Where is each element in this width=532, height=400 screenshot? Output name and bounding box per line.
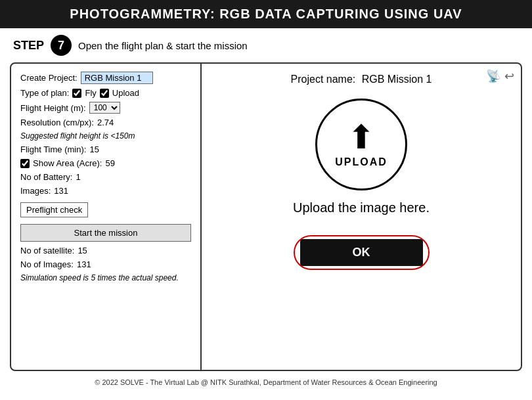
no-images-value: 131 xyxy=(77,259,91,269)
resolution-label: Resolution (cm/px): xyxy=(20,118,94,127)
header-title: PHOTOGRAMMETRY: RGB DATA CAPTURING USING… xyxy=(70,7,462,21)
simulation-note: Simulation speed is 5 times the actual s… xyxy=(20,273,179,282)
resolution-row: Resolution (cm/px): 2.74 xyxy=(20,118,191,127)
no-satellite-label: No of satellite: xyxy=(20,246,74,256)
suggested-note: Suggested flight height is <150m xyxy=(20,131,135,141)
project-name-input[interactable] xyxy=(81,72,153,84)
no-battery-row: No of Battery: 1 xyxy=(20,172,191,182)
images-label: Images: xyxy=(20,186,51,196)
step-label: STEP xyxy=(13,39,44,53)
satellite-icon[interactable]: 📡 xyxy=(486,69,500,83)
step-number: 7 xyxy=(51,35,72,56)
suggested-note-row: Suggested flight height is <150m xyxy=(20,131,191,141)
flight-height-select[interactable]: 100 50 150 xyxy=(89,102,120,114)
upload-arrow-icon: ⬆ xyxy=(347,121,375,154)
show-area-row: Show Area (Acre): 59 xyxy=(20,158,191,168)
show-area-checkbox[interactable] xyxy=(20,159,30,168)
create-project-label: Create Project: xyxy=(20,73,78,83)
show-area-value: 59 xyxy=(106,158,115,168)
create-project-row: Create Project: xyxy=(20,72,191,84)
simulation-note-row: Simulation speed is 5 times the actual s… xyxy=(20,273,191,282)
no-images-row: No of Images: 131 xyxy=(20,259,191,269)
fly-checkbox[interactable] xyxy=(72,89,81,98)
flight-time-label: Flight Time (min): xyxy=(20,144,86,154)
upload-circle[interactable]: ⬆ UPLOAD xyxy=(315,99,407,190)
resolution-value: 2.74 xyxy=(97,118,114,127)
fly-label: Fly xyxy=(85,88,96,98)
step-description: Open the flight plan & start the mission xyxy=(78,40,248,51)
type-of-plan-label: Type of plan: xyxy=(20,88,69,98)
upload-checkbox[interactable] xyxy=(100,89,109,98)
project-name-display: Project name: RGB Mission 1 xyxy=(291,74,432,85)
no-battery-value: 1 xyxy=(76,172,80,182)
flight-time-value: 15 xyxy=(89,144,99,154)
project-name-value: RGB Mission 1 xyxy=(362,74,432,85)
flight-height-row: Flight Height (m): 100 50 150 xyxy=(20,102,191,114)
step-bar: STEP 7 Open the flight plan & start the … xyxy=(0,28,532,62)
footer-text: © 2022 SOLVE - The Virtual Lab @ NITK Su… xyxy=(95,378,437,386)
top-right-icons: 📡 ↩ xyxy=(486,69,514,83)
ok-button-wrapper: OK xyxy=(294,235,430,270)
footer: © 2022 SOLVE - The Virtual Lab @ NITK Su… xyxy=(0,374,532,390)
preflight-check-button[interactable]: Preflight check xyxy=(20,202,88,217)
no-satellite-row: No of satellite: 15 xyxy=(20,246,191,256)
main-content-area: Create Project: Type of plan: Fly Upload… xyxy=(10,62,522,371)
upload-type-label: Upload xyxy=(112,88,139,98)
upload-circle-label: UPLOAD xyxy=(335,156,388,168)
images-row: Images: 131 xyxy=(20,186,191,196)
ok-button[interactable]: OK xyxy=(300,239,423,266)
type-of-plan-row: Type of plan: Fly Upload xyxy=(20,88,191,98)
right-panel: 📡 ↩ Project name: RGB Mission 1 ⬆ UPLOAD… xyxy=(202,64,521,370)
left-panel: Create Project: Type of plan: Fly Upload… xyxy=(11,64,202,370)
start-mission-button[interactable]: Start the mission xyxy=(20,224,191,242)
project-name-prefix: Project name: xyxy=(291,74,356,85)
show-area-label: Show Area (Acre): xyxy=(33,158,102,168)
images-value: 131 xyxy=(54,186,68,196)
flight-time-row: Flight Time (min): 15 xyxy=(20,144,191,154)
upload-instruction-text: Upload the image here. xyxy=(293,200,430,215)
arrow-back-icon[interactable]: ↩ xyxy=(504,69,514,83)
no-satellite-value: 15 xyxy=(78,246,87,256)
no-battery-label: No of Battery: xyxy=(20,172,72,182)
flight-height-label: Flight Height (m): xyxy=(20,103,86,113)
page-header: PHOTOGRAMMETRY: RGB DATA CAPTURING USING… xyxy=(0,0,532,28)
no-images-label: No of Images: xyxy=(20,259,74,269)
